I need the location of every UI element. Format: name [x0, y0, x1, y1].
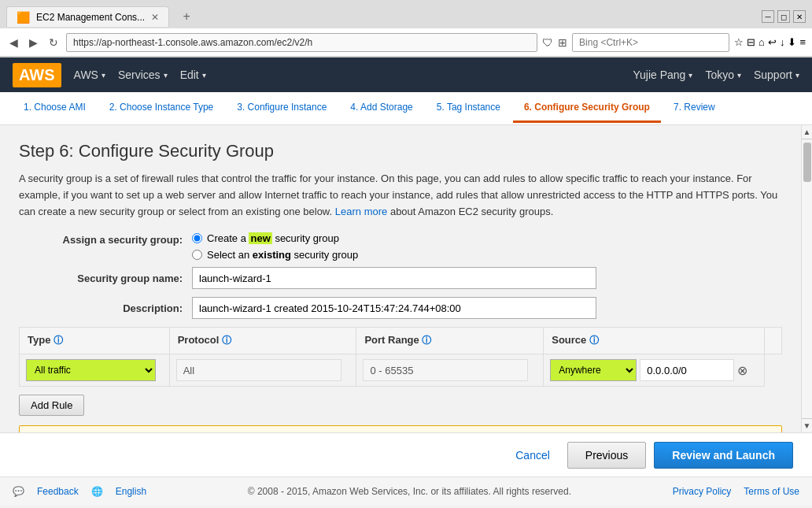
services-label: Services: [118, 69, 161, 81]
scroll-thumb[interactable]: [803, 143, 811, 182]
review-and-launch-button[interactable]: Review and Launch: [654, 442, 793, 469]
refresh-button[interactable]: ↻: [46, 35, 61, 50]
address-bar-icons: ☆ ⊟ ⌂ ↩ ↓ ⬇ ≡: [734, 36, 806, 48]
port-range-input: [363, 359, 528, 381]
step-6-label: 6. Configure Security Group: [524, 102, 650, 113]
aws-nav-item[interactable]: AWS ▾: [74, 69, 105, 81]
user-label: Yujie Pang: [633, 69, 685, 81]
new-tab-button[interactable]: +: [179, 9, 194, 24]
download2-icon[interactable]: ⬇: [788, 36, 796, 48]
type-cell: All traffic: [20, 354, 170, 387]
scrollbar[interactable]: ▲ ▼: [801, 125, 812, 432]
warning-box: ⚠ Warning: [19, 425, 782, 432]
col-protocol: Protocol ⓘ: [169, 328, 356, 354]
type-header-label: Type: [28, 334, 50, 346]
assign-label: Assign a security group:: [19, 232, 192, 246]
cancel-button[interactable]: Cancel: [506, 443, 559, 468]
menu-icon[interactable]: ≡: [799, 36, 806, 48]
restore-button[interactable]: ◻: [777, 10, 790, 23]
aws-logo: AWS: [13, 63, 61, 87]
new-highlight: new: [249, 232, 271, 244]
globe-icon: 🌐: [91, 486, 103, 497]
support-chevron-icon: ▾: [795, 71, 799, 80]
aws-chevron-icon: ▾: [102, 71, 105, 80]
sg-description-input[interactable]: [192, 297, 596, 319]
assign-security-group-row: Assign a security group: Create a new se…: [19, 232, 782, 261]
back-arrow-icon[interactable]: ↩: [768, 36, 777, 48]
edit-nav-item[interactable]: Edit ▾: [180, 69, 206, 81]
tab-title: EC2 Management Cons...: [36, 12, 145, 23]
step-1-choose-ami[interactable]: 1. Choose AMI: [13, 94, 97, 123]
sg-name-input[interactable]: [192, 267, 596, 289]
protocol-cell: [169, 354, 356, 387]
add-rule-button[interactable]: Add Rule: [19, 395, 84, 416]
edit-label: Edit: [180, 69, 199, 81]
remove-rule-button[interactable]: ⊗: [737, 363, 747, 378]
footer-bar: Cancel Previous Review and Launch: [0, 432, 812, 476]
step-5-tag[interactable]: 5. Tag Instance: [426, 94, 511, 123]
radio-new-option[interactable]: Create a new security group: [192, 232, 358, 244]
radio-existing-label: Select an existing security group: [207, 249, 358, 261]
support-nav-item[interactable]: Support ▾: [754, 69, 799, 81]
page-content: Step 6: Configure Security Group A secur…: [0, 125, 801, 432]
feedback-label[interactable]: Feedback: [37, 486, 79, 497]
copyright-text: © 2008 - 2015, Amazon Web Services, Inc.…: [159, 486, 660, 497]
address-bar: ◀ ▶ ↻ 🛡 ⊞ ☆ ⊟ ⌂ ↩ ↓ ⬇ ≡: [0, 28, 812, 57]
step-2-choose-instance[interactable]: 2. Choose Instance Type: [98, 94, 225, 123]
protocol-header-label: Protocol: [178, 334, 220, 346]
type-info-icon[interactable]: ⓘ: [54, 335, 63, 346]
minimize-button[interactable]: ─: [762, 10, 774, 23]
terms-of-use-link[interactable]: Terms of Use: [744, 486, 799, 497]
step-4-storage[interactable]: 4. Add Storage: [339, 94, 423, 123]
tab-close-icon[interactable]: ✕: [151, 12, 159, 23]
browser-tab[interactable]: 🟧 EC2 Management Cons... ✕: [6, 6, 169, 27]
feedback-icon: 💬: [13, 486, 24, 497]
back-button[interactable]: ◀: [6, 35, 21, 50]
port-info-icon[interactable]: ⓘ: [422, 335, 431, 346]
table-row: All traffic Anywhere: [20, 354, 782, 387]
star-icon[interactable]: ☆: [734, 36, 744, 48]
edit-chevron-icon: ▾: [202, 71, 206, 80]
protocol-info-icon[interactable]: ⓘ: [222, 335, 231, 346]
step-6-security[interactable]: 6. Configure Security Group: [513, 94, 661, 123]
col-source: Source ⓘ: [544, 328, 765, 354]
house-icon[interactable]: ⌂: [758, 36, 765, 48]
type-select[interactable]: All traffic: [26, 359, 156, 381]
close-button[interactable]: ✕: [793, 10, 806, 23]
region-nav-item[interactable]: Tokyo ▾: [705, 69, 741, 81]
home-icon[interactable]: ⊟: [747, 36, 755, 48]
search-input[interactable]: [572, 33, 729, 52]
language-label[interactable]: English: [116, 486, 146, 497]
privacy-policy-link[interactable]: Privacy Policy: [673, 486, 732, 497]
step-7-label: 7. Review: [674, 102, 715, 113]
step-3-configure[interactable]: 3. Configure Instance: [226, 94, 338, 123]
radio-new-input[interactable]: [192, 233, 202, 243]
previous-button[interactable]: Previous: [567, 442, 646, 469]
radio-existing-input[interactable]: [192, 250, 202, 260]
forward-button[interactable]: ▶: [26, 35, 41, 50]
scroll-up-button[interactable]: ▲: [802, 125, 812, 139]
table-header-row: Type ⓘ Protocol ⓘ Port Range ⓘ Source ⓘ: [20, 328, 782, 354]
address-input[interactable]: [66, 33, 537, 52]
source-select[interactable]: Anywhere: [550, 359, 637, 381]
radio-existing-option[interactable]: Select an existing security group: [192, 249, 358, 261]
source-ip-input[interactable]: [640, 359, 734, 381]
learn-more-link[interactable]: Learn more: [335, 206, 387, 217]
sg-description-field: Description:: [19, 297, 782, 319]
browser-footer: 💬 Feedback 🌐 English © 2008 - 2015, Amaz…: [0, 476, 812, 505]
download-icon[interactable]: ↓: [780, 36, 785, 48]
sg-description-label: Description:: [19, 302, 192, 314]
services-nav-item[interactable]: Services ▾: [118, 69, 168, 81]
source-info-icon[interactable]: ⓘ: [589, 335, 599, 346]
description-suffix: about Amazon EC2 security groups.: [390, 206, 553, 217]
step-7-review[interactable]: 7. Review: [663, 94, 726, 123]
step-2-label: 2. Choose Instance Type: [109, 102, 214, 113]
user-nav-item[interactable]: Yujie Pang ▾: [633, 69, 692, 81]
sg-name-field: Security group name:: [19, 267, 782, 289]
footer-links: Privacy Policy Terms of Use: [673, 486, 799, 497]
services-chevron-icon: ▾: [164, 71, 168, 80]
scroll-down-button[interactable]: ▼: [802, 418, 812, 432]
aws-navbar: AWS AWS ▾ Services ▾ Edit ▾ Yujie Pang ▾…: [0, 57, 812, 92]
tab-favicon: 🟧: [17, 11, 30, 24]
aws-label: AWS: [74, 69, 98, 81]
